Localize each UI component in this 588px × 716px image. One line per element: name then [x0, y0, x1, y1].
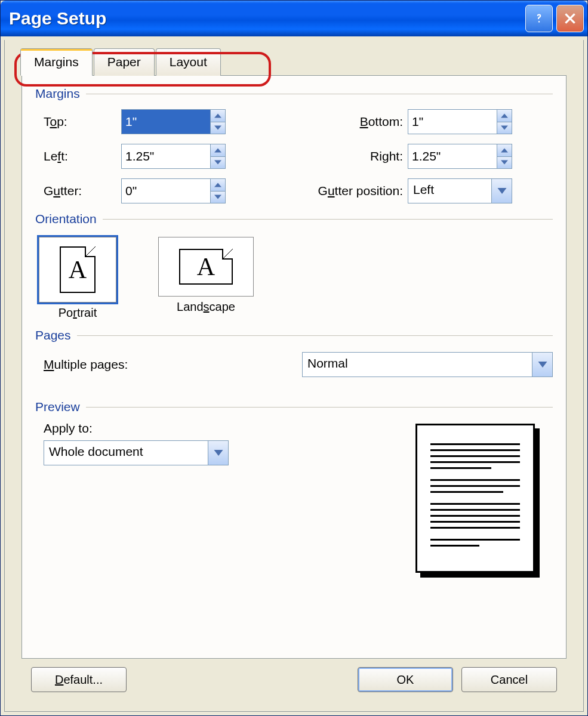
chevron-down-icon [214, 160, 221, 165]
spin-down[interactable] [211, 192, 225, 203]
spin-up[interactable] [497, 144, 512, 157]
section-title-margins: Margins [35, 87, 553, 101]
margins-grid: Top: Bottom: Left: [44, 109, 553, 203]
spin-up[interactable] [497, 110, 512, 122]
spin-down[interactable] [211, 157, 225, 169]
tab-label: Margins [34, 55, 79, 69]
chevron-up-icon [214, 183, 221, 187]
gutter-label: Gutter: [44, 184, 121, 198]
title-bar: Page Setup [1, 1, 587, 36]
gutter-spinner[interactable] [121, 178, 226, 203]
left-label: Left: [44, 149, 121, 163]
bottom-label: Bottom: [282, 115, 408, 129]
gutter-position-label: Gutter position: [282, 184, 408, 198]
window-title: Page Setup [9, 8, 106, 29]
right-spinner[interactable] [408, 144, 512, 169]
default-button[interactable]: Default... [31, 667, 127, 692]
close-button[interactable] [556, 5, 584, 32]
apply-to-value: Whole document [44, 441, 208, 465]
landscape-label: Landscape [158, 300, 254, 314]
multiple-pages-label: Multiple pages: [44, 357, 128, 372]
gutter-position-combo[interactable]: Left [408, 178, 512, 203]
chevron-up-icon [501, 113, 508, 118]
preview-area: Apply to: Whole document [44, 421, 553, 650]
spin-down[interactable] [211, 122, 225, 134]
orientation-row: A Portrait A Landscape [39, 237, 553, 320]
spinner-arrows [210, 110, 225, 134]
chevron-down-icon [214, 125, 221, 130]
top-input[interactable] [122, 110, 210, 134]
bottom-input[interactable] [408, 110, 497, 134]
right-label: Right: [282, 149, 408, 163]
ok-button[interactable]: OK [358, 667, 453, 692]
left-spinner[interactable] [121, 144, 226, 169]
chevron-down-icon [501, 160, 508, 165]
tab-panel-margins: Margins Top: Bottom: Left: [21, 75, 567, 659]
gutter-input[interactable] [122, 179, 210, 203]
portrait-label: Portrait [39, 306, 116, 320]
spin-up[interactable] [211, 179, 225, 192]
dropdown-button[interactable] [491, 179, 512, 203]
client-area: Margins Paper Layout Margins Top: Bottom… [4, 40, 584, 712]
bottom-spinner[interactable] [408, 109, 512, 134]
cancel-button[interactable]: Cancel [461, 667, 557, 692]
help-icon [531, 11, 547, 26]
spin-up[interactable] [211, 144, 225, 157]
top-spinner[interactable] [121, 109, 226, 134]
tab-strip: Margins Paper Layout [20, 48, 567, 76]
apply-to-label: Apply to: [44, 421, 241, 436]
page-preview-icon [415, 424, 535, 573]
spin-down[interactable] [497, 122, 512, 134]
pages-row: Multiple pages: Normal [44, 352, 553, 377]
spin-down[interactable] [497, 157, 512, 169]
apply-to-combo[interactable]: Whole document [44, 440, 229, 465]
tab-label: Layout [170, 55, 207, 69]
chevron-down-icon [497, 188, 507, 194]
tab-label: Paper [107, 55, 141, 69]
chevron-down-icon [214, 195, 221, 199]
tab-margins[interactable]: Margins [20, 48, 93, 76]
left-input[interactable] [122, 144, 210, 168]
tab-layout[interactable]: Layout [156, 48, 221, 76]
multiple-pages-value: Normal [303, 353, 532, 376]
multiple-pages-combo[interactable]: Normal [302, 352, 553, 377]
chevron-up-icon [214, 148, 221, 153]
page-setup-dialog: Page Setup Margins Paper Layout Margins … [0, 0, 588, 716]
top-label: Top: [44, 115, 121, 129]
help-button[interactable] [525, 5, 553, 32]
orientation-portrait[interactable]: A [39, 237, 116, 303]
dropdown-button[interactable] [532, 353, 552, 376]
right-input[interactable] [408, 144, 497, 168]
orientation-landscape[interactable]: A [158, 237, 254, 297]
section-title-pages: Pages [35, 328, 553, 342]
dialog-footer: Default... OK Cancel [21, 659, 567, 700]
close-icon [562, 11, 578, 26]
page-landscape-icon: A [179, 249, 233, 285]
chevron-down-icon [501, 125, 508, 130]
page-portrait-icon: A [60, 246, 96, 293]
chevron-up-icon [214, 113, 221, 118]
dropdown-button[interactable] [208, 441, 228, 465]
chevron-down-icon [214, 450, 223, 456]
chevron-down-icon [538, 362, 547, 368]
tab-paper[interactable]: Paper [94, 48, 155, 76]
section-title-preview: Preview [35, 400, 553, 414]
chevron-up-icon [501, 148, 508, 153]
gutter-position-value: Left [408, 179, 491, 203]
section-title-orientation: Orientation [35, 212, 553, 226]
spin-up[interactable] [211, 110, 225, 122]
